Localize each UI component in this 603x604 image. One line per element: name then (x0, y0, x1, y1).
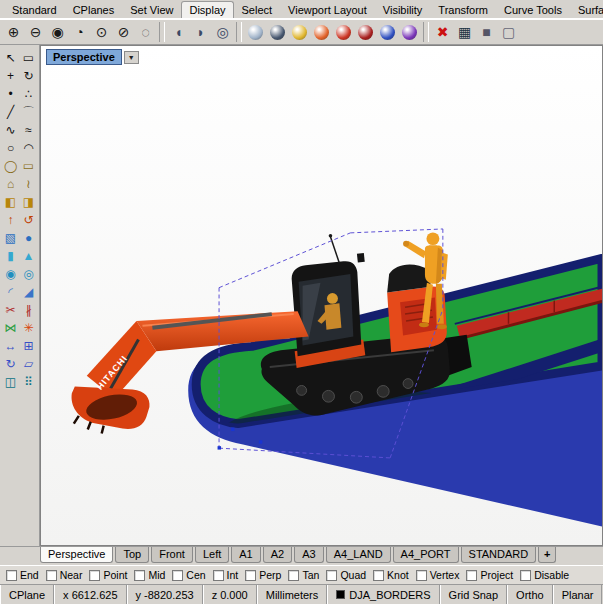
ellipse-center-icon[interactable]: ⊙ (91, 22, 112, 43)
circle-3point-icon[interactable]: ◉ (47, 22, 68, 43)
status-toggle-ortho[interactable]: Ortho (507, 585, 553, 604)
osnap-vertex[interactable]: Vertex (416, 569, 460, 581)
osnap-project[interactable]: Project (466, 569, 513, 581)
osnap-checkbox[interactable] (416, 570, 427, 581)
osnap-checkbox[interactable] (373, 570, 384, 581)
cylinder-solid-icon[interactable]: ▮ (2, 247, 20, 265)
delete-render-mesh-icon[interactable]: ✖ (432, 22, 453, 43)
osnap-end[interactable]: End (6, 569, 39, 581)
viewport-tab-standard[interactable]: STANDARD (461, 547, 537, 563)
ellipse-diameter-icon[interactable]: ⊘ (113, 22, 134, 43)
shaded-box-icon[interactable]: ■ (476, 22, 497, 43)
ellipse-icon[interactable]: ◯ (2, 157, 20, 175)
menu-tab-transform[interactable]: Transform (430, 1, 496, 18)
viewport-tab-top[interactable]: Top (115, 547, 149, 563)
surface-edge-icon[interactable]: ◨ (20, 193, 38, 211)
menu-tab-select[interactable]: Select (234, 1, 281, 18)
boolean-union-icon[interactable]: ◉ (2, 265, 20, 283)
osnap-checkbox[interactable] (213, 570, 224, 581)
menu-tab-viewport-layout[interactable]: Viewport Layout (280, 1, 375, 18)
pan-view-icon[interactable]: + (2, 67, 20, 85)
array-icon[interactable]: ⠿ (20, 373, 38, 391)
split-icon[interactable]: ∦ (20, 301, 38, 319)
menu-tab-visibility[interactable]: Visibility (375, 1, 431, 18)
rotate-icon[interactable]: ↻ (2, 355, 20, 373)
osnap-knot[interactable]: Knot (373, 569, 409, 581)
circle-icon[interactable]: ○ (2, 139, 20, 157)
tube-icon[interactable]: ◎ (212, 22, 233, 43)
move-icon[interactable]: ↔ (2, 337, 20, 355)
sphere-orange-icon[interactable] (311, 22, 332, 43)
osnap-near[interactable]: Near (46, 569, 83, 581)
viewport-tab-a4-land[interactable]: A4_LAND (326, 547, 391, 563)
menu-tab-standard[interactable]: Standard (4, 1, 65, 18)
menu-tab-display[interactable]: Display (181, 1, 233, 18)
osnap-checkbox[interactable] (172, 570, 183, 581)
wireframe-box-icon[interactable]: ▦ (454, 22, 475, 43)
menu-tab-set-view[interactable]: Set View (122, 1, 181, 18)
osnap-mid[interactable]: Mid (134, 569, 165, 581)
circle-diameter-icon[interactable]: ⊖ (25, 22, 46, 43)
cone-icon[interactable]: ▲ (20, 247, 38, 265)
viewport-tab-a2[interactable]: A2 (263, 547, 292, 563)
extrude-icon[interactable]: ↑ (2, 211, 20, 229)
menu-tab-cplanes[interactable]: CPlanes (65, 1, 123, 18)
trim-icon[interactable]: ✂ (2, 301, 20, 319)
status-toggle-grid-snap[interactable]: Grid Snap (440, 585, 508, 604)
viewport-tab-front[interactable]: Front (151, 547, 193, 563)
circle-tangent-icon[interactable]: ◔ (69, 22, 90, 43)
ghosted-box-icon[interactable]: ▢ (498, 22, 519, 43)
rectangle-icon[interactable]: ▭ (20, 157, 38, 175)
osnap-checkbox[interactable] (288, 570, 299, 581)
circle-deformable-icon[interactable]: ◌ (135, 22, 156, 43)
explode-icon[interactable]: ✳ (20, 319, 38, 337)
sphere-red-icon[interactable] (333, 22, 354, 43)
polygon-icon[interactable]: ⌂ (2, 175, 20, 193)
freeform-curve-icon[interactable]: ≀ (20, 175, 38, 193)
osnap-quad[interactable]: Quad (326, 569, 366, 581)
fillet-icon[interactable]: ◜ (2, 283, 20, 301)
osnap-checkbox[interactable] (326, 570, 337, 581)
perspective-viewport[interactable]: HITACHI (40, 45, 603, 546)
osnap-cen[interactable]: Cen (172, 569, 205, 581)
sphere-dark-icon[interactable] (267, 22, 288, 43)
osnap-point[interactable]: Point (89, 569, 127, 581)
cylinder-icon[interactable]: ◗ (190, 22, 211, 43)
menu-tab-curve-tools[interactable]: Curve Tools (496, 1, 570, 18)
sphere-blue-icon[interactable] (377, 22, 398, 43)
box-icon[interactable]: ▧ (2, 229, 20, 247)
scene-3d-view[interactable]: HITACHI (41, 46, 602, 545)
menu-tab-surface-tools[interactable]: Surface Tools (570, 1, 603, 18)
osnap-checkbox[interactable] (520, 570, 531, 581)
osnap-tan[interactable]: Tan (288, 569, 319, 581)
sphere-icon[interactable]: ● (20, 229, 38, 247)
units-display[interactable]: Millimeters (257, 585, 328, 604)
circle-center-radius-icon[interactable]: ⊕ (3, 22, 24, 43)
osnap-checkbox[interactable] (466, 570, 477, 581)
osnap-checkbox[interactable] (46, 570, 57, 581)
osnap-int[interactable]: Int (213, 569, 239, 581)
viewport-menu-arrow-icon[interactable]: ▼ (124, 51, 139, 64)
viewport-title[interactable]: Perspective (46, 49, 122, 65)
arc-center-icon[interactable]: ◠ (20, 139, 38, 157)
boolean-difference-icon[interactable]: ◎ (20, 265, 38, 283)
sphere-purple-icon[interactable] (399, 22, 420, 43)
join-icon[interactable]: ⋈ (2, 319, 20, 337)
disc-icon[interactable]: ◖ (168, 22, 189, 43)
viewport-tab-a4-port[interactable]: A4_PORT (393, 547, 459, 563)
sphere-gold-icon[interactable] (289, 22, 310, 43)
layer-pane[interactable]: DJA_BORDERS (327, 585, 439, 604)
viewport-tab-perspective[interactable]: Perspective (40, 547, 113, 563)
viewport-tab-a3[interactable]: A3 (294, 547, 323, 563)
multiple-points-icon[interactable]: ∴ (20, 85, 38, 103)
select-pointer-icon[interactable]: ↖ (2, 49, 20, 67)
osnap-checkbox[interactable] (245, 570, 256, 581)
osnap-checkbox[interactable] (89, 570, 100, 581)
viewport-tab-left[interactable]: Left (195, 547, 229, 563)
scale-icon[interactable]: ▱ (20, 355, 38, 373)
sphere-silver-icon[interactable] (245, 22, 266, 43)
osnap-disable[interactable]: Disable (520, 569, 569, 581)
new-viewport-tab-button[interactable]: + (538, 547, 556, 563)
line-icon[interactable]: ╱ (2, 103, 20, 121)
selection-window-icon[interactable]: ▭ (20, 49, 38, 67)
